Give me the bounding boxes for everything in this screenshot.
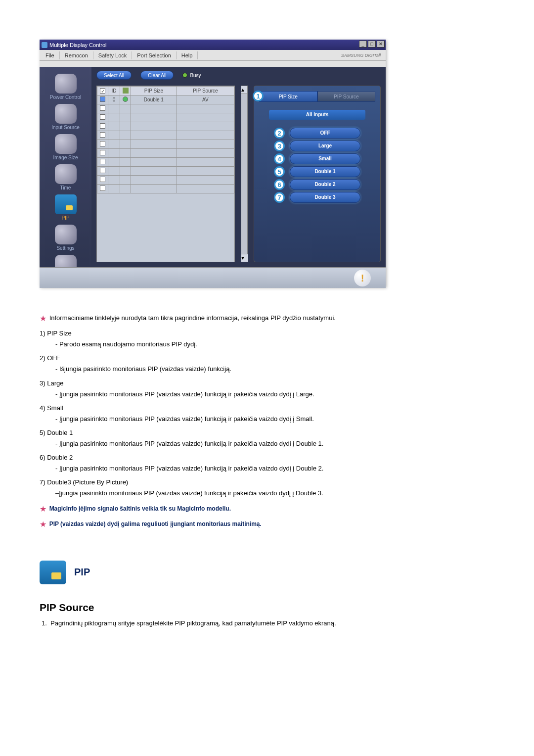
clear-all-button[interactable]: Clear All: [140, 71, 174, 80]
pip-heading: PIP: [40, 561, 514, 584]
tab-pip-size[interactable]: 1 PIP Size: [259, 91, 317, 102]
sidebar-item-power-control[interactable]: Power Control: [40, 74, 91, 100]
time-icon: [55, 164, 77, 184]
item-title: Double 1: [47, 429, 73, 436]
sidebar-item-label: PIP: [61, 215, 69, 221]
minimize-button[interactable]: _: [359, 41, 367, 47]
table-row[interactable]: 0 Double 1 AV: [97, 95, 234, 104]
tab-pip-source[interactable]: PIP Source: [317, 91, 376, 102]
row-checkbox[interactable]: [100, 132, 105, 138]
alert-icon: !: [354, 270, 371, 286]
menu-remocon[interactable]: Remocon: [62, 51, 93, 59]
sidebar-item-pip[interactable]: PIP: [40, 194, 91, 221]
list-item: 2) OFF - Išjungia pasirinkto monitoriaus…: [40, 353, 514, 375]
menubar: File Remocon Safety Lock Port Selection …: [40, 50, 386, 61]
scrollbar[interactable]: ▴ ▾: [241, 86, 248, 262]
table-row: [97, 167, 234, 176]
list-item: 4) Small - Įjungia pasirinkto monitoriau…: [40, 403, 514, 425]
list-item: 6) Double 2 - Įjungia pasirinkto monitor…: [40, 452, 514, 474]
row-checkbox[interactable]: [100, 159, 105, 164]
cell-id: 0: [108, 95, 120, 104]
titlebar: Multiple Display Control _ □ ✕: [40, 40, 386, 50]
option-double-3[interactable]: Double 3: [290, 192, 360, 203]
scroll-up-icon[interactable]: ▴: [241, 86, 247, 94]
row-checkbox[interactable]: [100, 141, 105, 146]
pip-label: PIP: [74, 567, 90, 578]
item-number: 5): [40, 429, 45, 436]
item-desc: - Įjungia pasirinkto monitoriaus PIP (va…: [55, 414, 514, 425]
device-table: ✓ ID PIP Size PIP Source 0 Double 1 AV: [96, 86, 235, 262]
sidebar-item-input-source[interactable]: Input Source: [40, 104, 91, 130]
step-text: Pagrindinių piktogramų srityje spragtelė…: [50, 619, 336, 627]
item-title: PIP Size: [47, 330, 72, 337]
table-row: [97, 104, 234, 113]
sidebar: Power Control Input Source Image Size Ti…: [40, 67, 91, 267]
option-double-2[interactable]: Double 2: [290, 179, 360, 190]
item-title: Double 2: [47, 454, 73, 461]
menu-port-selection[interactable]: Port Selection: [134, 51, 176, 59]
maximize-button[interactable]: □: [368, 41, 376, 47]
item-number: 6): [40, 454, 45, 461]
busy-indicator: Busy: [182, 73, 201, 78]
row-checkbox[interactable]: [100, 105, 105, 111]
sidebar-item-label: Power Control: [50, 94, 81, 100]
item-number: 2): [40, 354, 45, 362]
item-title: OFF: [47, 354, 60, 362]
item-desc: - Įjungia pasirinkto monitoriaus PIP (va…: [55, 438, 514, 449]
select-all-button[interactable]: Select All: [96, 71, 132, 80]
menu-safety-lock[interactable]: Safety Lock: [95, 51, 132, 59]
option-double-1[interactable]: Double 1: [290, 166, 360, 177]
item-number: 1): [40, 330, 45, 337]
checkbox-icon: ✓: [100, 88, 105, 94]
cell-source: AV: [177, 95, 234, 104]
callout-7: 7: [274, 192, 285, 203]
col-check[interactable]: ✓: [97, 87, 108, 95]
all-inputs-label: All Inputs: [269, 110, 365, 120]
step-number: 1.: [42, 619, 47, 627]
option-small[interactable]: Small: [290, 153, 360, 164]
row-checkbox[interactable]: [100, 114, 105, 120]
item-desc: - Įjungia pasirinkto monitoriaus PIP (va…: [55, 389, 514, 400]
table-row: [97, 158, 234, 167]
sidebar-item-settings[interactable]: Settings: [40, 225, 91, 251]
item-title: Small: [47, 404, 63, 412]
table-row: [97, 149, 234, 158]
callout-4: 4: [274, 153, 285, 164]
callout-5: 5: [274, 166, 285, 177]
sidebar-item-label: Settings: [56, 245, 74, 251]
sidebar-item-image-size[interactable]: Image Size: [40, 134, 91, 160]
table-row: [97, 122, 234, 131]
star-icon: ★: [40, 502, 47, 516]
power-icon: [55, 74, 77, 94]
row-checkbox[interactable]: [100, 186, 105, 191]
col-pip-size: PIP Size: [131, 87, 177, 95]
close-button[interactable]: ✕: [377, 41, 385, 47]
star-icon: ★: [40, 312, 47, 325]
app-screenshot: Multiple Display Control _ □ ✕ File Remo…: [40, 40, 386, 287]
menu-file[interactable]: File: [43, 51, 60, 59]
sidebar-item-time[interactable]: Time: [40, 164, 91, 190]
table-row: [97, 176, 234, 185]
option-large[interactable]: Large: [290, 141, 360, 151]
tab-label: PIP Size: [279, 94, 298, 99]
scroll-down-icon[interactable]: ▾: [241, 254, 248, 262]
list-item: 5) Double 1 - Įjungia pasirinkto monitor…: [40, 427, 514, 449]
row-checkbox[interactable]: [100, 168, 105, 173]
pip-icon: [55, 194, 77, 214]
busy-label: Busy: [190, 73, 201, 78]
pip-logo-icon: [40, 561, 66, 584]
sidebar-item-label: Input Source: [51, 125, 80, 130]
status-icon: [123, 96, 128, 102]
menu-help[interactable]: Help: [178, 51, 198, 59]
row-checkbox[interactable]: [100, 96, 105, 102]
row-checkbox[interactable]: [100, 150, 105, 155]
item-desc: –Įjungia pasirinkto monitoriaus PIP (vai…: [55, 488, 514, 499]
option-off[interactable]: OFF: [290, 128, 360, 139]
table-row: [97, 113, 234, 122]
sidebar-item-label: Image Size: [53, 155, 78, 160]
row-checkbox[interactable]: [100, 177, 105, 182]
settings-icon: [55, 225, 77, 244]
row-checkbox[interactable]: [100, 123, 105, 129]
callout-3: 3: [274, 141, 285, 151]
table-row: [97, 131, 234, 140]
